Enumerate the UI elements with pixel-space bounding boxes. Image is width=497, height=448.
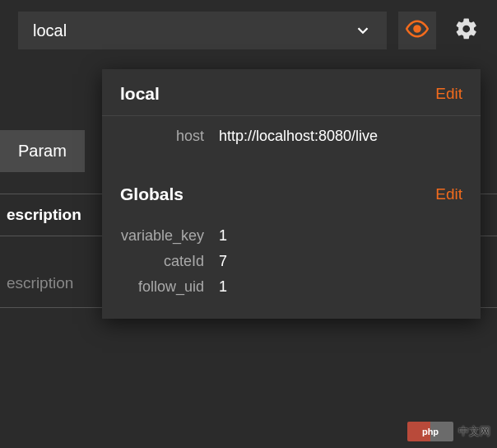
variable-row: cateId 7 bbox=[120, 253, 462, 270]
edit-link[interactable]: Edit bbox=[435, 85, 462, 103]
gear-icon bbox=[454, 16, 479, 44]
variable-key: follow_uid bbox=[120, 278, 219, 296]
top-toolbar: local bbox=[0, 0, 497, 61]
tab-params[interactable]: Param bbox=[0, 130, 85, 172]
variable-key: host bbox=[120, 128, 219, 145]
variable-value: 7 bbox=[219, 253, 227, 270]
environment-quicklook-popover: local Edit host http://localhost:8080/li… bbox=[102, 69, 481, 319]
popover-section-header: local Edit bbox=[102, 69, 481, 116]
env-variables-list: host http://localhost:8080/live bbox=[102, 116, 481, 168]
popover-section-header: Globals Edit bbox=[102, 168, 481, 216]
global-variables-list: variable_key 1 cateId 7 follow_uid 1 bbox=[102, 216, 481, 319]
svg-point-0 bbox=[415, 26, 420, 32]
variable-row: variable_key 1 bbox=[120, 227, 462, 245]
variable-row: host http://localhost:8080/live bbox=[120, 128, 462, 145]
variable-key: cateId bbox=[120, 253, 219, 270]
variable-value: 1 bbox=[219, 278, 227, 296]
quicklook-button[interactable] bbox=[398, 12, 436, 49]
section-title: local bbox=[120, 84, 160, 104]
variable-value: 1 bbox=[219, 227, 227, 245]
eye-icon bbox=[406, 17, 429, 44]
variable-row: follow_uid 1 bbox=[120, 278, 462, 296]
variable-key: variable_key bbox=[120, 227, 219, 245]
watermark-text: 中文网 bbox=[458, 424, 490, 439]
chevron-down-icon bbox=[354, 21, 372, 40]
environment-selector[interactable]: local bbox=[18, 12, 387, 49]
edit-link[interactable]: Edit bbox=[435, 185, 462, 203]
watermark-logo: php bbox=[407, 422, 453, 441]
variable-value: http://localhost:8080/live bbox=[219, 128, 378, 145]
settings-button[interactable] bbox=[448, 12, 485, 49]
watermark: php 中文网 bbox=[407, 422, 490, 441]
section-title: Globals bbox=[120, 184, 183, 204]
environment-label: local bbox=[33, 21, 67, 40]
